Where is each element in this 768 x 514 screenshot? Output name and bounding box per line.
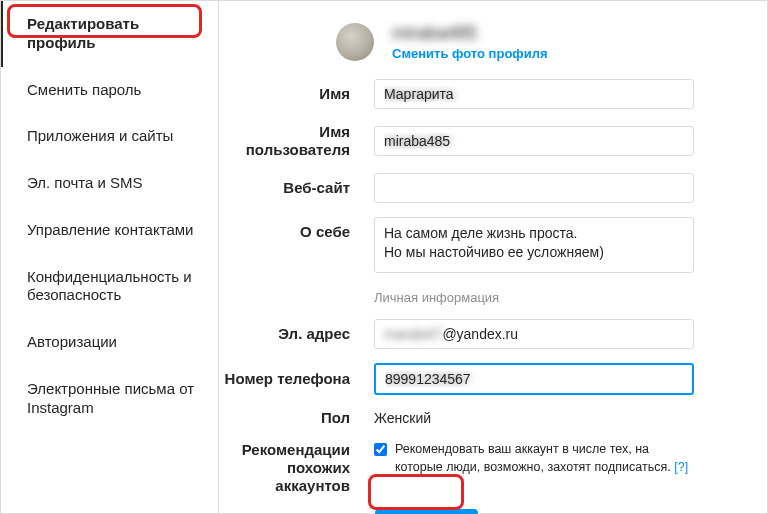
change-photo-link[interactable]: Сменить фото профиля [392,46,548,61]
label-website: Веб-сайт [219,179,374,197]
phone-input[interactable] [374,363,694,395]
sidebar-item-email-sms[interactable]: Эл. почта и SMS [1,160,218,207]
sidebar-item-change-password[interactable]: Сменить пароль [1,67,218,114]
submit-button[interactable]: Отправить [375,509,478,514]
sidebar-item-label: Сменить пароль [27,81,141,98]
sidebar-item-emails-from-instagram[interactable]: Электронные письма от Instagram [1,366,218,432]
sidebar-item-label: Электронные письма от Instagram [27,380,194,416]
label-username: Имя пользователя [219,123,374,159]
label-name: Имя [219,85,374,103]
sidebar-item-label: Приложения и сайты [27,127,173,144]
edit-profile-form: miraba485 Сменить фото профиля Имя Имя п… [219,1,767,513]
username-input[interactable] [374,126,694,156]
sidebar-item-label: Эл. почта и SMS [27,174,143,191]
similar-accounts-checkbox-row[interactable]: Рекомендовать ваш аккаунт в числе тех, н… [374,441,694,476]
label-phone: Номер телефона [219,370,374,388]
bio-textarea[interactable] [374,217,694,273]
similar-accounts-help-link[interactable]: [?] [674,460,688,474]
sidebar-item-label: Конфиденциальность и безопасность [27,268,192,304]
similar-accounts-checkbox[interactable] [374,443,387,456]
sidebar-item-edit-profile[interactable]: Редактировать профиль [1,1,218,67]
personal-info-heading: Личная информация [374,290,741,305]
label-gender: Пол [219,409,374,427]
gender-value[interactable]: Женский [374,410,431,426]
avatar[interactable] [336,23,374,61]
sidebar-item-privacy-security[interactable]: Конфиденциальность и безопасность [1,254,218,320]
label-bio: О себе [219,217,374,241]
name-input[interactable] [374,79,694,109]
sidebar-item-apps-websites[interactable]: Приложения и сайты [1,113,218,160]
email-input[interactable] [374,319,694,349]
label-similar-accounts: Рекомендации похожих аккаунтов [219,441,374,495]
sidebar-item-login-activity[interactable]: Авторизации [1,319,218,366]
sidebar-item-label: Управление контактами [27,221,193,238]
website-input[interactable] [374,173,694,203]
similar-accounts-text: Рекомендовать ваш аккаунт в числе тех, н… [395,442,671,474]
profile-username: miraba485 [392,23,548,44]
settings-sidebar: Редактировать профиль Сменить пароль При… [1,1,219,513]
label-email: Эл. адрес [219,325,374,343]
sidebar-item-manage-contacts[interactable]: Управление контактами [1,207,218,254]
sidebar-item-label: Редактировать профиль [27,15,139,51]
sidebar-item-label: Авторизации [27,333,117,350]
